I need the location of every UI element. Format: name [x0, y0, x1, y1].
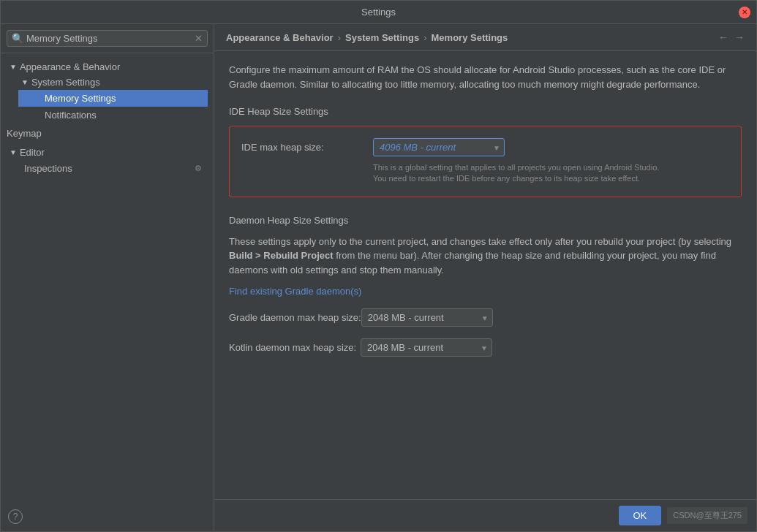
nav-tree: ▼ Appearance & Behavior ▼ System Setting…: [1, 53, 214, 531]
ide-heap-box: IDE max heap size: 4096 MB - current 512…: [229, 126, 742, 197]
collapse-arrow: ▼: [10, 63, 17, 71]
search-input-wrap[interactable]: 🔍 ✕: [7, 30, 208, 47]
sub-section-system-header[interactable]: ▼ System Settings: [18, 75, 208, 90]
ide-heap-hint-line1: This is a global setting that applies to…: [373, 163, 659, 172]
settings-dialog: Settings ✕ 🔍 ✕ ▼ Appearance & Behavior: [0, 0, 757, 532]
clear-icon[interactable]: ✕: [195, 33, 203, 44]
nav-item-inspections[interactable]: Inspections ⚙: [7, 160, 208, 177]
breadcrumb-system: System Settings: [345, 32, 419, 43]
ide-heap-hint: This is a global setting that applies to…: [241, 162, 729, 185]
ide-heap-row: IDE max heap size: 4096 MB - current 512…: [241, 138, 729, 156]
kotlin-heap-select[interactable]: 2048 MB - current 512 MB 1024 MB 2048 MB…: [361, 338, 492, 357]
help-label: ?: [13, 512, 18, 522]
ide-heap-label: IDE max heap size:: [241, 142, 373, 153]
kotlin-heap-row: Kotlin daemon max heap size: 2048 MB - c…: [229, 338, 742, 357]
daemon-desc-bold: Build > Rebuild Project: [229, 250, 334, 261]
nav-item-memory-settings[interactable]: Memory Settings: [18, 90, 208, 107]
sub-collapse-arrow: ▼: [21, 78, 29, 86]
ide-heap-select[interactable]: 4096 MB - current 512 MB 750 MB 1024 MB …: [373, 138, 505, 156]
daemon-section-header: Daemon Heap Size Settings: [229, 215, 742, 226]
gradle-heap-label: Gradle daemon max heap size:: [229, 312, 361, 323]
close-button[interactable]: ✕: [739, 7, 750, 18]
editor-collapse-arrow: ▼: [10, 148, 17, 156]
main-content: 🔍 ✕ ▼ Appearance & Behavior ▼ System S: [1, 24, 756, 531]
ide-heap-select-wrap: 4096 MB - current 512 MB 750 MB 1024 MB …: [373, 138, 505, 156]
forward-arrow[interactable]: →: [734, 31, 745, 43]
daemon-section: Daemon Heap Size Settings These settings…: [229, 215, 742, 357]
search-input[interactable]: [26, 33, 195, 44]
ide-heap-hint-line2: You need to restart the IDE before any c…: [373, 174, 640, 183]
section-appearance: ▼ Appearance & Behavior ▼ System Setting…: [1, 56, 214, 125]
gradle-heap-select-wrap: 2048 MB - current 512 MB 1024 MB 2048 MB…: [361, 308, 493, 327]
nav-arrows: ← →: [718, 31, 745, 43]
breadcrumb-sep-1: ›: [338, 32, 341, 43]
gradle-heap-row: Gradle daemon max heap size: 2048 MB - c…: [229, 308, 742, 327]
ok-button[interactable]: OK: [619, 506, 662, 525]
section-editor-label: Editor: [20, 147, 45, 158]
breadcrumb-sep-2: ›: [423, 32, 426, 43]
back-arrow[interactable]: ←: [718, 31, 728, 43]
dialog-title: Settings: [361, 7, 396, 18]
section-appearance-label: Appearance & Behavior: [20, 61, 120, 72]
bottom-bar: OK CSDN@至尊王275: [214, 499, 756, 531]
description-text: Configure the maximum amount of RAM the …: [229, 63, 742, 91]
sidebar: 🔍 ✕ ▼ Appearance & Behavior ▼ System S: [1, 24, 214, 531]
panel-content: Configure the maximum amount of RAM the …: [214, 51, 756, 499]
section-editor: ▼ Editor Inspections ⚙: [1, 142, 214, 178]
help-button[interactable]: ?: [8, 509, 23, 524]
find-gradle-daemon-link[interactable]: Find existing Gradle daemon(s): [229, 286, 742, 297]
breadcrumb-bar: Appearance & Behavior › System Settings …: [214, 24, 756, 51]
breadcrumb-appearance: Appearance & Behavior: [226, 32, 334, 43]
title-bar: Settings ✕: [1, 1, 756, 24]
watermark: CSDN@至尊王275: [667, 507, 747, 524]
gradle-heap-select[interactable]: 2048 MB - current 512 MB 1024 MB 2048 MB…: [361, 308, 493, 327]
daemon-desc-line1: These settings apply only to the current…: [229, 236, 731, 247]
section-editor-header[interactable]: ▼ Editor: [7, 145, 208, 160]
nav-item-keymap[interactable]: Keymap: [1, 125, 214, 142]
ide-section-header: IDE Heap Size Settings: [229, 106, 742, 117]
sub-section-system-label: System Settings: [31, 77, 100, 88]
nav-item-notifications[interactable]: Notifications: [18, 107, 208, 123]
breadcrumb-memory: Memory Settings: [432, 32, 508, 43]
keymap-label: Keymap: [7, 128, 42, 139]
search-icon: 🔍: [12, 33, 23, 44]
gear-icon: ⚙: [195, 164, 202, 173]
sub-section-system: ▼ System Settings Memory Settings Notifi…: [7, 75, 208, 123]
right-panel: Appearance & Behavior › System Settings …: [214, 24, 756, 531]
kotlin-heap-label: Kotlin daemon max heap size:: [229, 342, 361, 353]
search-box: 🔍 ✕: [1, 24, 214, 53]
kotlin-heap-select-wrap: 2048 MB - current 512 MB 1024 MB 2048 MB…: [361, 338, 492, 357]
daemon-description: These settings apply only to the current…: [229, 235, 742, 278]
section-appearance-header[interactable]: ▼ Appearance & Behavior: [7, 59, 208, 75]
